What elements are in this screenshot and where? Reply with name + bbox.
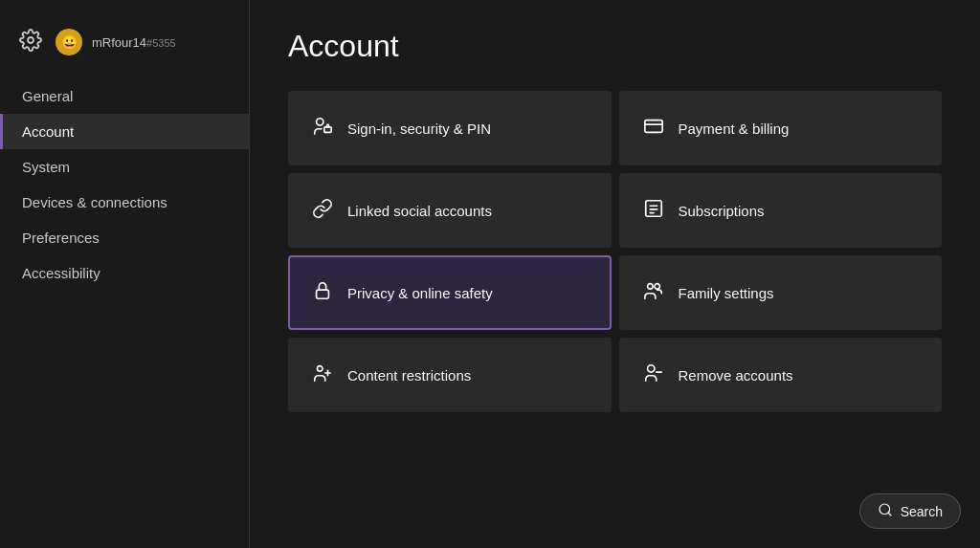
content-icon (311, 362, 334, 388)
sidebar-item-accessibility[interactable]: Accessibility (0, 255, 249, 291)
link-icon (311, 198, 334, 224)
svg-rect-5 (645, 200, 661, 216)
svg-rect-9 (317, 290, 329, 298)
gear-icon (19, 29, 46, 55)
sidebar-item-system[interactable]: System (0, 149, 249, 185)
search-label: Search (901, 504, 943, 519)
account-grid: Sign-in, security & PIN Payment & billin… (288, 91, 942, 412)
content-tile[interactable]: Content restrictions (288, 338, 612, 412)
sidebar-header: 😀 mRfour14#5355 (0, 19, 249, 78)
remove-label: Remove accounts (679, 367, 793, 384)
sidebar-item-general[interactable]: General (0, 78, 249, 114)
lock-icon (311, 280, 334, 306)
search-circle-icon (878, 502, 893, 520)
signin-tile[interactable]: Sign-in, security & PIN (288, 91, 612, 165)
sidebar-nav: General Account System Devices & connect… (0, 78, 249, 291)
sidebar: 😀 mRfour14#5355 General Account System D… (0, 0, 249, 548)
svg-point-15 (647, 364, 654, 371)
svg-point-0 (28, 37, 33, 43)
linked-label: Linked social accounts (347, 203, 492, 219)
avatar: 😀 (56, 29, 82, 55)
signin-label: Sign-in, security & PIN (347, 121, 491, 137)
svg-rect-2 (324, 126, 331, 132)
search-button[interactable]: Search (859, 493, 961, 529)
content-label: Content restrictions (347, 367, 471, 384)
family-label: Family settings (679, 285, 774, 301)
family-icon (642, 280, 665, 306)
svg-point-12 (318, 365, 323, 371)
person-key-icon (311, 116, 334, 142)
sidebar-item-devices[interactable]: Devices & connections (0, 185, 249, 220)
card-icon (642, 116, 665, 142)
sidebar-item-preferences[interactable]: Preferences (0, 220, 249, 255)
list-icon (642, 198, 665, 224)
svg-point-1 (317, 118, 323, 124)
remove-tile[interactable]: Remove accounts (619, 338, 943, 412)
sidebar-item-account[interactable]: Account (0, 114, 249, 149)
subscriptions-label: Subscriptions (679, 203, 765, 219)
subscriptions-tile[interactable]: Subscriptions (619, 173, 943, 248)
page-title: Account (288, 29, 942, 64)
payment-label: Payment & billing (679, 121, 790, 137)
privacy-tile[interactable]: Privacy & online safety (288, 255, 612, 330)
svg-line-18 (888, 513, 891, 515)
payment-tile[interactable]: Payment & billing (619, 91, 943, 165)
linked-tile[interactable]: Linked social accounts (288, 173, 612, 248)
svg-rect-3 (644, 120, 661, 132)
svg-point-10 (647, 283, 653, 289)
family-tile[interactable]: Family settings (619, 255, 943, 330)
svg-point-11 (654, 283, 659, 289)
username-label: mRfour14#5355 (92, 35, 176, 50)
privacy-label: Privacy & online safety (347, 285, 493, 301)
main-content: Account Sign-in, security & PIN (250, 0, 980, 548)
person-remove-icon (642, 362, 665, 388)
